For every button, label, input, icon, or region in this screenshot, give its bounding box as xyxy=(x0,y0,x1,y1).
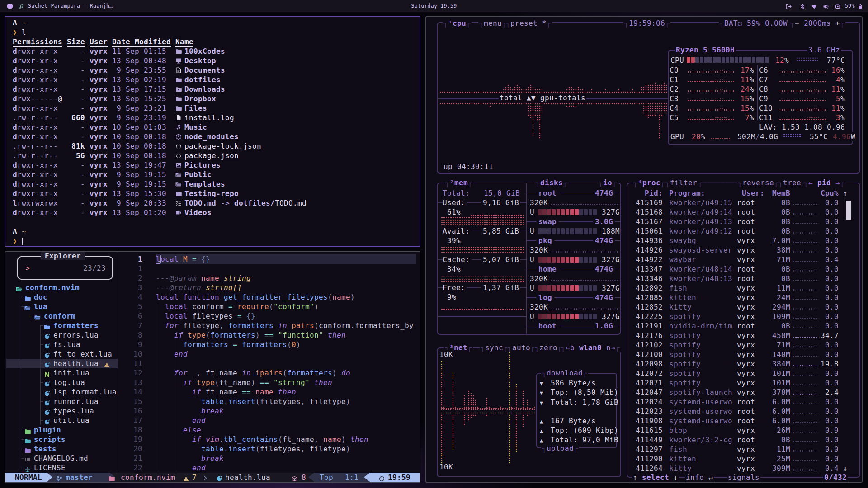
tree-item-types-lua[interactable]: types.lua xyxy=(5,406,118,416)
proc-row[interactable]: 411449kworker/3:2-cgroot0B0.0 xyxy=(632,435,844,445)
proc-row[interactable]: 412047spotify-launchvyrx378M2.4 xyxy=(632,388,844,397)
proc-row[interactable]: 413347kworker/u48:14root0B0.0 xyxy=(632,264,844,274)
mem: 0B xyxy=(781,265,790,273)
tree-item-formatters[interactable]: formatters xyxy=(5,321,118,330)
proc-row[interactable]: 414936swaybgvyrx7.0M0.0 xyxy=(632,236,844,245)
proc-row[interactable]: 412098spotifyvyrx384M19.8 xyxy=(632,359,844,369)
proc-reverse-button[interactable]: ┐reverse┌ xyxy=(737,178,779,188)
proc-signals-control[interactable]: signals xyxy=(727,473,760,482)
update-interval[interactable]: ┐− 2000ms +┌ xyxy=(789,19,845,28)
cpu-tab[interactable]: ┐¹cpu┌ xyxy=(443,19,472,28)
logout-icon[interactable] xyxy=(785,3,792,9)
core-name: C3 xyxy=(670,94,679,103)
file-name: Videos xyxy=(184,208,212,217)
proc-row[interactable]: 411297fishvyrx11M0.0 xyxy=(632,445,844,454)
chip-icon[interactable] xyxy=(835,3,841,9)
mem-entry-Cache: Cache: xyxy=(443,255,472,264)
proc-sort-selector[interactable]: ┐← pid →┌ xyxy=(803,178,845,188)
net-sync-toggle[interactable]: ┐sync┌ xyxy=(480,343,509,352)
proc-row[interactable]: 412225spotifyvyrx109M0.0 xyxy=(632,312,844,321)
file-row: drwxr-xr-x - vyrx 10 Sep 00:18 node_modu… xyxy=(13,132,415,141)
proc-filter-button[interactable]: ┐filter┌ xyxy=(665,178,703,188)
tree-item-runner-lua[interactable]: runner.lua xyxy=(5,397,118,406)
terminal-window[interactable]: Λ ~❯ lPermissions Size User Date Modifie… xyxy=(5,16,420,247)
code-line: ---@return string[] xyxy=(156,283,420,292)
git-branch-name[interactable]: master xyxy=(66,473,93,482)
code-token: for xyxy=(165,321,179,330)
proc-row[interactable]: 411264kittyvyrx309M0.4 xyxy=(632,464,844,473)
proc-row[interactable]: 415168kworker/u49:14root0B0.0 xyxy=(632,207,844,217)
disks-tab[interactable]: ┐disks┌ xyxy=(535,178,568,188)
proc-header-cpu[interactable]: Cpu% xyxy=(802,188,839,198)
header-date: Date Modified xyxy=(112,38,171,46)
proc-row[interactable]: 412102spotifyvyrx71M0.0 xyxy=(632,340,844,350)
program: fish xyxy=(669,445,687,454)
volume-icon[interactable] xyxy=(823,3,829,9)
proc-row[interactable]: 412024systemd-userworoot6.0M0.0 xyxy=(632,397,844,407)
user: vyrx xyxy=(737,255,755,264)
code-line: local filetypes = {} xyxy=(156,311,420,321)
proc-scrollbar[interactable] xyxy=(846,201,851,220)
proc-row[interactable]: 415061kworker/u49:12root0B0.0 xyxy=(632,226,844,236)
tree-item-errors-lua[interactable]: errors.lua xyxy=(5,330,118,340)
proc-row[interactable]: 412071spotifyvyrx101M0.0 xyxy=(632,378,844,388)
proc-program: swaybg xyxy=(669,236,696,245)
tree-item-log-lua[interactable]: log.lua xyxy=(5,378,118,387)
mem-tab[interactable]: ┐²mem┌ xyxy=(444,178,473,188)
menu-button[interactable]: ┐menu┌ xyxy=(478,19,507,28)
proc-program: spotify xyxy=(669,369,701,378)
bluetooth-icon[interactable] xyxy=(799,3,806,9)
tree-item-health-lua[interactable]: health.lua xyxy=(5,359,118,368)
cpu-usage-bar xyxy=(687,57,769,63)
tree-item-util-lua[interactable]: util.lua xyxy=(5,416,118,425)
net-scale-bottom: 10K xyxy=(439,462,454,472)
graph-mode-label[interactable]: total ▲▼ gpu-totals xyxy=(499,93,586,103)
hook-left: ┐ xyxy=(665,178,670,187)
proc-header-pid[interactable]: Pid: xyxy=(636,188,663,198)
code-token: "function" xyxy=(278,331,323,339)
window-separator[interactable] xyxy=(118,252,118,473)
proc-row[interactable]: 411290kittenvyrx25M0.0 xyxy=(632,454,844,464)
proc-select-control[interactable]: ↑ select ↓ xyxy=(632,473,679,482)
proc-mem: 0B xyxy=(754,198,790,207)
proc-row[interactable]: 412885kittenvyrx24M0.0 xyxy=(632,293,844,302)
explorer-filter-box[interactable]: Explorer > 23/23 xyxy=(17,256,113,280)
btop-window[interactable]: ┐¹cpu┌┐menu┌┐preset *┌┐19:59:06┌┐BAT○ 59… xyxy=(425,16,863,483)
io-tab[interactable]: ┐io┌ xyxy=(598,178,618,188)
editor-window[interactable]: conform.nvimdocluaconformformatterserror… xyxy=(5,251,420,483)
tree-item-ft_to_ext-lua[interactable]: ft_to_ext.lua xyxy=(5,349,118,359)
proc-row[interactable]: 413346kworker/u48:13root0B0.0 xyxy=(632,274,844,283)
proc-pid: 411449 xyxy=(636,435,663,445)
proc-row[interactable]: 415169kworker/u49:15root0B0.0 xyxy=(632,198,844,207)
proc-header-memb[interactable]: MemB xyxy=(754,188,790,198)
net-auto-toggle[interactable]: ┐auto┌ xyxy=(507,343,536,352)
tree-item-init-lua[interactable]: init.lua xyxy=(5,368,118,378)
proc-row[interactable]: 412191nvidia-drm/timroot0B0.0 xyxy=(632,321,844,331)
pid: 412071 xyxy=(636,379,663,387)
preset-button[interactable]: ┐preset *┌ xyxy=(505,19,552,28)
proc-row[interactable]: 414922waybarvyrx71M0.4 xyxy=(632,255,844,264)
proc-row[interactable]: 412892fishvyrx11M0.0 xyxy=(632,283,844,293)
tree-item-conform[interactable]: conform xyxy=(5,311,118,321)
proc-row[interactable]: 412176spotifyvyrx458M34.7 xyxy=(632,331,844,340)
tree-item-lsp_format-lua[interactable]: lsp_format.lua xyxy=(5,387,118,397)
proc-header-program[interactable]: Program: xyxy=(669,188,705,198)
proc-row[interactable]: 415167kworker/u49:13root0B0.0 xyxy=(632,217,844,226)
proc-row[interactable]: 412023systemd-userworoot6.0M0.0 xyxy=(632,407,844,416)
proc-tab[interactable]: ┐⁴proc┌ xyxy=(632,178,666,188)
proc-row[interactable]: 412072spotifyvyrx101M0.0 xyxy=(632,369,844,378)
tree-item-fs-lua[interactable]: fs.lua xyxy=(5,340,118,349)
proc-tree-button[interactable]: ┐tree┌ xyxy=(778,178,807,188)
proc-row[interactable]: 411908systemd-userworoot6.0M0.0 xyxy=(632,416,844,426)
tree-item-conform-nvim[interactable]: conform.nvim xyxy=(5,283,118,292)
proc-info-control[interactable]: info ↵ xyxy=(685,473,714,482)
proc-row[interactable]: 412100spotifyvyrx140M0.0 xyxy=(632,350,844,359)
proc-row[interactable]: 412852kittyvyrx294M0.0 xyxy=(632,302,844,312)
wifi-icon[interactable] xyxy=(811,3,817,9)
net-interface[interactable]: ┐←b wlan0 n→┌ xyxy=(560,343,621,352)
net-zero-toggle[interactable]: ┐zero┌ xyxy=(534,343,563,352)
proc-user: vyrx xyxy=(737,464,755,473)
proc-row[interactable]: 411615btopvyrx26M0.9 xyxy=(632,426,844,435)
proc-cpu: 0.0 xyxy=(802,369,839,378)
proc-row[interactable]: 414926swayosd-servervyrx38M0.0 xyxy=(632,245,844,255)
